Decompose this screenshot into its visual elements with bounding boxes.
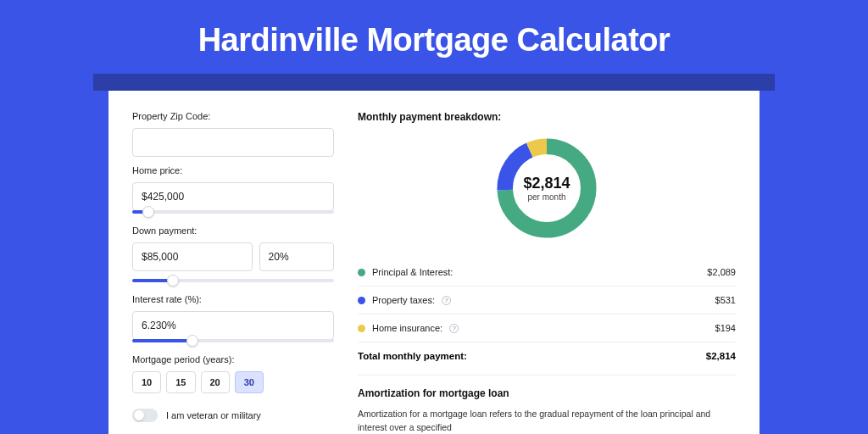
- total-value: $2,814: [706, 351, 736, 361]
- breakdown-row-taxes: Property taxes: ? $531: [358, 287, 736, 314]
- dot-icon: [358, 269, 365, 276]
- period-field: Mortgage period (years): 10 15 20 30: [132, 354, 334, 393]
- veteran-row: I am veteran or military: [132, 409, 334, 422]
- home-price-field: Home price:: [132, 165, 334, 214]
- info-icon[interactable]: ?: [449, 324, 459, 333]
- veteran-toggle[interactable]: [132, 409, 158, 422]
- donut-chart: $2,814 per month: [492, 133, 602, 243]
- interest-field: Interest rate (%):: [132, 294, 334, 342]
- zip-input[interactable]: [132, 128, 334, 157]
- period-btn-15[interactable]: 15: [166, 371, 195, 393]
- form-column: Property Zip Code: Home price: Down paym…: [132, 111, 334, 434]
- breakdown-row-principal: Principal & Interest: $2,089: [358, 259, 736, 287]
- breakdown-label: Home insurance:: [372, 323, 442, 333]
- interest-input[interactable]: [132, 311, 334, 340]
- zip-field: Property Zip Code:: [132, 111, 334, 157]
- donut-sub: per month: [527, 192, 565, 202]
- home-price-label: Home price:: [132, 165, 334, 175]
- down-payment-field: Down payment:: [132, 225, 334, 282]
- breakdown-label: Principal & Interest:: [372, 267, 453, 277]
- breakdown-value: $531: [715, 295, 736, 305]
- interest-slider[interactable]: [132, 339, 334, 342]
- home-price-input[interactable]: [132, 182, 334, 211]
- period-btn-30[interactable]: 30: [235, 371, 264, 393]
- breakdown-heading: Monthly payment breakdown:: [358, 111, 736, 123]
- amortization-text: Amortization for a mortgage loan refers …: [358, 408, 736, 434]
- interest-label: Interest rate (%):: [132, 294, 334, 304]
- dot-icon: [358, 325, 365, 332]
- down-payment-slider[interactable]: [132, 279, 334, 282]
- breakdown-column: Monthly payment breakdown: $2,814 per mo…: [358, 111, 736, 434]
- home-price-slider[interactable]: [132, 210, 334, 214]
- breakdown-label: Property taxes:: [372, 295, 435, 305]
- down-payment-input[interactable]: [132, 242, 253, 271]
- veteran-label: I am veteran or military: [166, 410, 261, 420]
- donut-center: $2,814 per month: [492, 133, 602, 243]
- calculator-card: Property Zip Code: Home price: Down paym…: [108, 91, 760, 434]
- header-shadow: [93, 74, 775, 91]
- period-btn-20[interactable]: 20: [201, 371, 230, 393]
- donut-amount: $2,814: [523, 175, 570, 192]
- slider-thumb[interactable]: [167, 275, 179, 287]
- breakdown-value: $2,089: [707, 267, 736, 277]
- page-title: Hardinville Mortgage Calculator: [0, 0, 868, 74]
- slider-thumb[interactable]: [142, 206, 154, 218]
- breakdown-row-insurance: Home insurance: ? $194: [358, 314, 736, 342]
- slider-thumb[interactable]: [186, 335, 198, 347]
- down-payment-label: Down payment:: [132, 225, 334, 236]
- slider-fill: [132, 339, 192, 342]
- period-options: 10 15 20 30: [132, 371, 334, 393]
- breakdown-total-row: Total monthly payment: $2,814: [358, 342, 736, 375]
- zip-label: Property Zip Code:: [132, 111, 334, 121]
- info-icon[interactable]: ?: [442, 296, 451, 305]
- donut-chart-wrap: $2,814 per month: [358, 133, 736, 243]
- amortization-heading: Amortization for mortgage loan: [358, 375, 736, 399]
- period-label: Mortgage period (years):: [132, 354, 334, 364]
- breakdown-value: $194: [715, 323, 736, 333]
- down-payment-pct-input[interactable]: [259, 242, 334, 271]
- dot-icon: [358, 297, 365, 304]
- period-btn-10[interactable]: 10: [132, 371, 161, 393]
- total-label: Total monthly payment:: [358, 351, 467, 361]
